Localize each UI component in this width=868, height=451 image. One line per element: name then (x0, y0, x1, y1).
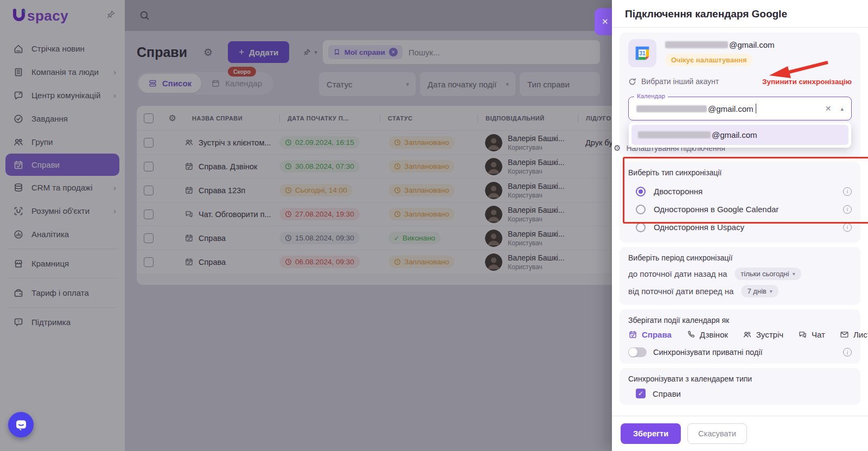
refresh-icon (628, 78, 636, 86)
panel-title: Підключення календаря Google (612, 0, 868, 28)
save-as-email[interactable]: Лист (840, 330, 868, 339)
calendar-select-input[interactable]: Календар @gmail.com (628, 97, 852, 120)
status-badge: Очікує налаштування (665, 54, 752, 66)
google-calendar-panel: Підключення календаря Google 31 @gmail.c… (612, 0, 868, 451)
cases-checkbox[interactable] (636, 389, 646, 398)
account-email: @gmail.com (665, 40, 775, 49)
radio-icon[interactable] (636, 223, 646, 232)
sync-type-option[interactable]: Двостороння (628, 182, 852, 200)
google-calendar-icon: 31 (628, 39, 656, 67)
redacted-email (636, 105, 707, 112)
period-back-select[interactable]: тільки сьогодні (735, 268, 801, 280)
gear-icon: ⚙ (614, 143, 621, 153)
redacted-email (638, 131, 711, 138)
sync-period-title: Виберіть період синхронізації (628, 253, 852, 262)
save-as-case[interactable]: Справа (628, 330, 672, 339)
cases-checkbox-label: Справи (653, 389, 681, 398)
phone-icon (686, 330, 695, 339)
panel-body: 31 @gmail.com Очікує налаштування Вибрат… (612, 28, 868, 416)
save-as-call[interactable]: Дзвінок (686, 330, 728, 339)
account-card: 31 @gmail.com Очікує налаштування Вибрат… (620, 33, 860, 157)
clear-input-icon[interactable] (825, 104, 832, 113)
chat-bubble-icon (15, 418, 28, 431)
calendar-dropdown: @gmail.com (629, 122, 851, 148)
period-forward-label: від поточної дати вперед на (628, 287, 733, 296)
calendar-dropdown-option[interactable]: @gmail.com (631, 125, 848, 145)
save-button[interactable]: Зберегти (621, 423, 681, 444)
save-as-chat[interactable]: Чат (798, 330, 825, 339)
period-forward-select[interactable]: 7 днів (741, 285, 778, 297)
sync-type-title: Виберіть тип синхронізації (628, 168, 852, 177)
modal-dim-overlay (0, 0, 612, 451)
panel-footer: Зберегти Скасувати (612, 416, 868, 451)
save-events-card: Зберігати події календаря як Справа Дзві… (620, 309, 860, 364)
sync-type-card: Виберіть тип синхронізації Двостороння О… (620, 162, 860, 243)
calendar-check-icon (628, 330, 637, 339)
info-icon[interactable] (843, 205, 852, 214)
redacted-email (665, 41, 728, 48)
people-icon (743, 330, 752, 339)
sync-with-card: Синхронізувати з календарем типи Справи (620, 368, 860, 405)
info-icon[interactable] (843, 187, 852, 196)
change-account-link[interactable]: Вибрати інший акаунт (628, 77, 719, 86)
svg-text:31: 31 (639, 50, 646, 56)
info-icon[interactable] (843, 348, 852, 357)
app-root: spacy Стрічка новин Компанія та люди › Ц… (0, 0, 868, 451)
private-events-toggle[interactable] (628, 347, 647, 357)
cancel-button[interactable]: Скасувати (687, 423, 747, 444)
calendar-select-label: Календар (634, 93, 668, 99)
period-back-label: до поточної дати назад на (628, 269, 727, 278)
sync-type-option[interactable]: Одностороння в Uspacy (628, 218, 852, 236)
text-cursor (756, 104, 757, 113)
support-chat-fab[interactable] (8, 412, 34, 437)
save-as-meeting[interactable]: Зустріч (743, 330, 783, 339)
radio-selected-icon[interactable] (636, 187, 646, 196)
collapse-dropdown-icon[interactable] (840, 105, 844, 112)
calendar-select-area: Календар @gmail.com ⚙ Налаштування підкл… (628, 97, 852, 150)
sync-with-title: Синхронізувати з календарем типи (628, 374, 852, 383)
stop-sync-link[interactable]: Зупинити синхронізацію (762, 78, 852, 86)
sync-period-card: Виберіть період синхронізації до поточно… (620, 247, 860, 305)
info-icon[interactable] (843, 223, 852, 232)
save-events-title: Зберігати події календаря як (628, 316, 852, 325)
envelope-icon (840, 330, 849, 339)
radio-icon[interactable] (636, 205, 646, 214)
chat-icon (798, 330, 807, 339)
sync-type-option[interactable]: Одностороння в Google Calendar (628, 200, 852, 218)
private-events-label: Синхронізувати приватні події (653, 348, 763, 357)
